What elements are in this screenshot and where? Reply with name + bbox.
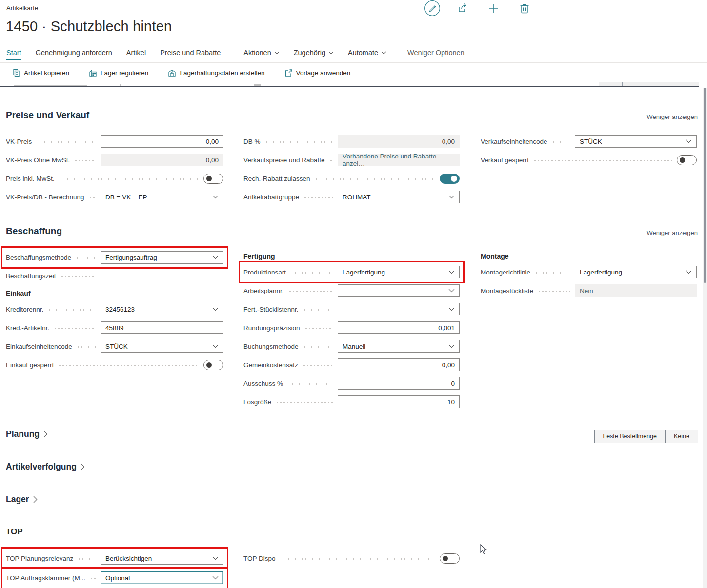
einkauf-gesperrt-toggle[interactable] bbox=[203, 360, 223, 370]
tab-genehmigung-anfordern[interactable]: Genehmigung anfordern bbox=[36, 49, 112, 59]
verkaufspreise-rabatte-link[interactable]: Vorhandene Preise und Rabatte anzei… bbox=[338, 154, 460, 166]
section-toggle-artikelverfolgung[interactable]: Artikelverfolgung bbox=[6, 462, 85, 472]
losgroesse-input[interactable]: 10 bbox=[338, 395, 460, 408]
field-gemeinkostensatz: Gemeinkostensatz 0,00 bbox=[243, 358, 460, 371]
warehouse-icon bbox=[168, 69, 176, 77]
top-auftragsklammer-dropdown[interactable]: Optional bbox=[101, 571, 223, 584]
field-buchungsmethode: Buchungsmethode Manuell bbox=[243, 340, 460, 353]
edit-icon[interactable] bbox=[424, 0, 441, 18]
menu-zugehoerig[interactable]: Zugehörig bbox=[294, 49, 334, 59]
tab-preise-und-rabatte[interactable]: Preise und Rabatte bbox=[160, 49, 221, 59]
einkaufseinheitencode-dropdown[interactable]: STÜCK bbox=[101, 340, 223, 353]
chevron-right-icon bbox=[81, 463, 85, 470]
top-planungsrelevanz-dropdown[interactable]: Berücksichtigen bbox=[101, 552, 223, 565]
fert-stuecklistennr-dropdown[interactable] bbox=[338, 303, 460, 315]
field-rundungspraezision: Rundungspräzision 0,001 bbox=[243, 321, 460, 334]
beschaffung-fields: Beschaffungsmethode Fertigungsauftrag Be… bbox=[6, 241, 698, 414]
field-verkauf-gesperrt: Verkauf gesperrt bbox=[481, 154, 697, 166]
section-toggle-planung[interactable]: Planung bbox=[6, 429, 48, 439]
cutoff-summary-tiles bbox=[599, 82, 699, 86]
menu-automate[interactable]: Automate bbox=[348, 49, 386, 59]
arbeitsplannr-dropdown[interactable] bbox=[338, 284, 460, 297]
card-content: Preise und Verkauf Weniger anzeigen VK-P… bbox=[6, 98, 698, 588]
field-kreditorennr: Kreditorennr. 32456123 bbox=[6, 303, 223, 315]
scrollbar-thumb[interactable] bbox=[704, 88, 706, 283]
chevron-down-icon bbox=[448, 344, 455, 348]
chevron-down-icon bbox=[448, 289, 455, 293]
tab-start[interactable]: Start bbox=[6, 49, 21, 60]
top-dispo-toggle[interactable] bbox=[440, 553, 460, 564]
vk-preis-db-dropdown[interactable]: DB = VK − EP bbox=[101, 191, 223, 203]
beschaffungsmethode-dropdown[interactable]: Fertigungsauftrag bbox=[101, 251, 223, 264]
menu-weniger-optionen[interactable]: Weniger Optionen bbox=[407, 49, 465, 59]
db-pct-value: 0,00 bbox=[338, 135, 460, 148]
summary-tile[interactable]: Keine bbox=[665, 430, 698, 443]
ausschuss-input[interactable]: 0 bbox=[338, 377, 460, 390]
vertical-scrollbar[interactable] bbox=[703, 88, 707, 588]
montagerichtlinie-dropdown[interactable]: Lagerfertigung bbox=[575, 266, 697, 278]
field-montagerichtlinie: Montagerichtlinie Lagerfertigung bbox=[481, 266, 697, 278]
adjust-inventory-button[interactable]: Lager regulieren bbox=[89, 69, 148, 77]
vk-preis-input[interactable]: 0,00 bbox=[101, 135, 223, 148]
summary-tile[interactable]: Feste Bestellmenge bbox=[594, 430, 665, 443]
field-vk-preis-ohne-mwst: VK-Preis Ohne MwSt. 0,00 bbox=[6, 154, 223, 166]
field-beschaffungszeit: Beschaffungszeit bbox=[6, 270, 223, 282]
subheader-montage: Montage bbox=[481, 251, 698, 262]
chevron-down-icon bbox=[212, 307, 219, 311]
show-less-link[interactable]: Weniger anzeigen bbox=[646, 113, 698, 120]
share-icon[interactable] bbox=[454, 0, 472, 18]
verkauf-gesperrt-toggle[interactable] bbox=[677, 155, 697, 165]
artikelkarte-page: Artikelkarte 1450 · Schutzblech hinten S… bbox=[0, 0, 707, 588]
header-action-icons bbox=[424, 0, 533, 18]
gemeinkostensatz-input[interactable]: 0,00 bbox=[338, 358, 460, 371]
field-db-pct: DB % 0,00 bbox=[243, 135, 460, 148]
menu-aktionen[interactable]: Aktionen bbox=[243, 49, 279, 59]
top-fields: TOP Planungsrelevanz Berücksichtigen TOP… bbox=[6, 541, 698, 588]
section-title[interactable]: Beschaffung bbox=[6, 226, 62, 236]
ribbon-menu: Start Genehmigung anfordern Artikel Prei… bbox=[6, 49, 707, 60]
verkaufseinheitencode-dropdown[interactable]: STÜCK bbox=[575, 135, 697, 148]
chevron-down-icon bbox=[212, 255, 219, 259]
preise-fields: VK-Preis 0,00 VK-Preis Ohne MwSt. 0,00 P… bbox=[6, 125, 698, 209]
section-title[interactable]: TOP bbox=[6, 527, 23, 537]
adjust-inventory-icon bbox=[89, 69, 97, 77]
field-losgroesse: Losgröße 10 bbox=[243, 395, 460, 408]
apply-template-icon bbox=[284, 69, 293, 77]
field-top-dispo: TOP Dispo bbox=[243, 552, 460, 565]
rundungspraezision-input[interactable]: 0,001 bbox=[338, 321, 460, 334]
artikelrabattgruppe-dropdown[interactable]: ROHMAT bbox=[338, 191, 460, 203]
add-icon[interactable] bbox=[485, 0, 503, 18]
section-header-top: TOP bbox=[6, 527, 698, 541]
kreditorennr-dropdown[interactable]: 32456123 bbox=[101, 303, 223, 315]
section-title[interactable]: Preise und Verkauf bbox=[6, 110, 89, 120]
chevron-down-icon bbox=[686, 270, 692, 274]
field-vk-preis: VK-Preis 0,00 bbox=[6, 135, 223, 148]
breadcrumb[interactable]: Artikelkarte bbox=[6, 4, 38, 12]
chevron-down-icon bbox=[448, 270, 455, 274]
chevron-down-icon bbox=[448, 195, 455, 199]
section-toggle-lager[interactable]: Lager bbox=[6, 494, 38, 505]
field-vk-preis-db-berechnung: VK-Preis/DB - Berechnung DB = VK − EP bbox=[6, 191, 223, 203]
montagestueckliste-value: Nein bbox=[575, 284, 697, 297]
delete-icon[interactable] bbox=[516, 0, 533, 18]
field-artikelrabattgruppe: Artikelrabattgruppe ROHMAT bbox=[243, 191, 460, 203]
copy-item-button[interactable]: Artikel kopieren bbox=[12, 69, 69, 77]
create-skus-button[interactable]: Lagerhaltungsdaten erstellen bbox=[168, 69, 264, 77]
field-produktionsart: Produktionsart Lagerfertigung bbox=[243, 266, 460, 278]
action-bar: Artikel kopieren Lager regulieren Lagerh… bbox=[12, 69, 350, 77]
chevron-down-icon bbox=[212, 556, 219, 560]
buchungsmethode-dropdown[interactable]: Manuell bbox=[338, 340, 460, 353]
field-fert-stuecklistennr: Fert.-Stücklistennr. bbox=[243, 303, 460, 315]
show-less-link[interactable]: Weniger anzeigen bbox=[646, 229, 698, 236]
rech-rabatt-toggle[interactable] bbox=[440, 174, 460, 184]
kred-artikelnr-input[interactable]: 45889 bbox=[101, 321, 223, 334]
beschaffungszeit-input[interactable] bbox=[101, 270, 223, 282]
preis-inkl-mwst-toggle[interactable] bbox=[203, 174, 223, 184]
menu-divider bbox=[0, 62, 707, 63]
chevron-down-icon bbox=[328, 51, 334, 55]
chevron-right-icon bbox=[33, 496, 38, 503]
chevron-down-icon bbox=[212, 344, 219, 348]
tab-artikel[interactable]: Artikel bbox=[126, 49, 146, 59]
produktionsart-dropdown[interactable]: Lagerfertigung bbox=[338, 266, 460, 278]
apply-template-button[interactable]: Vorlage anwenden bbox=[284, 69, 351, 77]
